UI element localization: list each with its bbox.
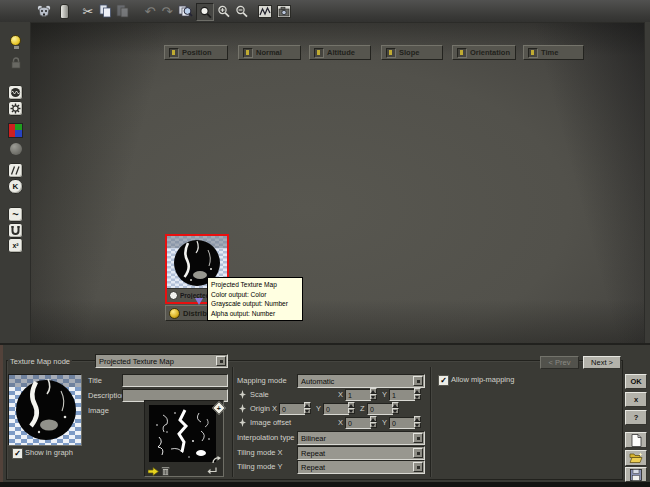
distribution-node-icon — [169, 308, 180, 319]
tilde-node-icon[interactable]: ~ — [8, 207, 23, 222]
save-preset-button[interactable] — [625, 467, 647, 482]
description-label: Description — [88, 391, 126, 400]
allow-mip-mapping-label: Allow mip-mapping — [451, 375, 514, 384]
interpolation-type-select[interactable]: Bilinear — [297, 431, 425, 445]
image-offset-x-input[interactable] — [345, 417, 371, 429]
prev-button[interactable]: < Prev — [540, 356, 579, 369]
title-input[interactable] — [122, 374, 228, 387]
cylinder-icon[interactable] — [56, 3, 72, 19]
new-document-icon — [631, 434, 642, 447]
help-button[interactable]: ? — [625, 410, 647, 425]
animate-parameter-icon[interactable] — [239, 404, 246, 413]
mascot-icon — [37, 5, 51, 18]
param-node-time[interactable]: Time — [523, 45, 584, 60]
image-offset-y-axis-label: Y — [382, 418, 387, 427]
origin-x-spinner[interactable] — [304, 402, 311, 414]
waveform-node-icon[interactable] — [8, 85, 23, 100]
node-icon — [386, 48, 396, 58]
k-node-icon[interactable]: K — [8, 179, 23, 194]
lock-icon[interactable] — [8, 55, 23, 70]
image-offset-x-axis-label: X — [338, 418, 343, 427]
texture-image-thumbnail[interactable] — [149, 405, 216, 462]
dropdown-button-icon[interactable] — [413, 376, 423, 386]
window-bottom-edge — [0, 482, 650, 487]
scale-x-spinner[interactable] — [370, 388, 377, 400]
preview-graph-icon[interactable] — [257, 3, 273, 19]
dropdown-button-icon[interactable] — [413, 433, 423, 443]
toolbar: ✂ ↶ ↷ — [0, 0, 650, 22]
tiling-mode-x-select[interactable]: Repeat — [297, 446, 425, 460]
sphere-icon[interactable] — [8, 141, 23, 156]
origin-x-axis-label: X — [272, 404, 277, 413]
panel-frame-edge — [0, 345, 3, 487]
panel-title: Texture Map node — [8, 357, 72, 366]
dropdown-button-icon[interactable] — [413, 448, 423, 458]
scale-x-axis-label: X — [338, 390, 343, 399]
mascot-icon[interactable] — [36, 3, 52, 19]
next-button[interactable]: Next > — [583, 356, 621, 369]
slash-node-icon[interactable] — [8, 163, 23, 178]
light-bulb-icon[interactable] — [8, 33, 23, 48]
origin-z-spinner[interactable] — [392, 402, 399, 414]
dropdown-button-icon[interactable] — [216, 356, 226, 366]
param-node-slope[interactable]: Slope — [381, 45, 443, 60]
origin-z-axis-label: Z — [360, 404, 365, 413]
rotate-image-icon[interactable] — [211, 455, 221, 465]
scale-y-spinner[interactable] — [414, 388, 421, 400]
image-offset-y-spinner[interactable] — [414, 416, 421, 428]
copy-icon[interactable] — [97, 3, 113, 19]
cancel-button[interactable]: x — [625, 392, 647, 407]
open-folder-icon — [629, 452, 643, 464]
node-graph-canvas[interactable]: Position Normal Altitude Slope Orientati… — [30, 22, 645, 345]
gear-node-icon[interactable] — [8, 101, 23, 116]
show-in-graph-checkbox[interactable]: ✓ — [12, 448, 23, 459]
scale-x-input[interactable] — [345, 389, 371, 401]
x-squared-icon[interactable]: x² — [8, 238, 23, 253]
animate-parameter-icon[interactable] — [239, 390, 246, 399]
image-offset-y-input[interactable] — [389, 417, 415, 429]
magnet-icon[interactable] — [8, 223, 23, 238]
zoom-in-icon[interactable] — [215, 3, 231, 19]
param-node-altitude[interactable]: Altitude — [309, 45, 371, 60]
mapping-mode-select[interactable]: Automatic — [297, 374, 425, 388]
zoom-selection-icon[interactable] — [177, 3, 193, 19]
param-node-position[interactable]: Position — [164, 45, 228, 60]
load-image-icon[interactable] — [148, 467, 159, 476]
open-preset-button[interactable] — [625, 450, 647, 466]
magnifier-tool-icon[interactable] — [196, 3, 214, 21]
image-label: Image — [88, 406, 109, 415]
cut-icon[interactable]: ✂ — [80, 3, 96, 19]
origin-y-axis-label: Y — [316, 404, 321, 413]
mapping-mode-label: Mapping mode — [237, 376, 287, 385]
node-selector-dropdown[interactable]: Projected Texture Map — [95, 354, 228, 368]
ok-button[interactable]: OK — [625, 374, 647, 389]
dropdown-button-icon[interactable] — [413, 462, 423, 472]
origin-z-input[interactable] — [367, 403, 393, 415]
node-output-port[interactable] — [169, 291, 178, 300]
param-node-orientation[interactable]: Orientation — [452, 45, 516, 60]
image-offset-x-spinner[interactable] — [370, 416, 377, 428]
tiling-mode-y-select[interactable]: Repeat — [297, 460, 425, 474]
delete-image-icon[interactable] — [161, 466, 170, 476]
undo-icon[interactable]: ↶ — [142, 3, 158, 19]
rgb-channels-icon[interactable] — [8, 123, 23, 138]
image-offset-label: Image offset — [250, 418, 291, 427]
allow-mip-mapping-checkbox[interactable]: ✓ — [438, 375, 449, 386]
camera-render-icon[interactable] — [276, 3, 292, 19]
redo-icon[interactable]: ↷ — [159, 3, 175, 19]
origin-y-spinner[interactable] — [348, 402, 355, 414]
param-node-normal[interactable]: Normal — [238, 45, 301, 60]
zoom-out-icon[interactable] — [233, 3, 249, 19]
node-icon — [243, 48, 253, 58]
scale-y-axis-label: Y — [382, 390, 387, 399]
scale-y-input[interactable] — [389, 389, 415, 401]
animate-parameter-icon[interactable] — [239, 418, 246, 427]
node-preview-image — [8, 374, 82, 446]
title-label: Title — [88, 376, 102, 385]
tool-sidebar: K ~ x² — [0, 22, 30, 343]
new-preset-button[interactable] — [625, 432, 647, 448]
origin-y-input[interactable] — [323, 403, 349, 415]
apply-image-icon[interactable] — [207, 467, 217, 476]
paste-icon[interactable] — [114, 3, 130, 19]
origin-x-input[interactable] — [279, 403, 305, 415]
